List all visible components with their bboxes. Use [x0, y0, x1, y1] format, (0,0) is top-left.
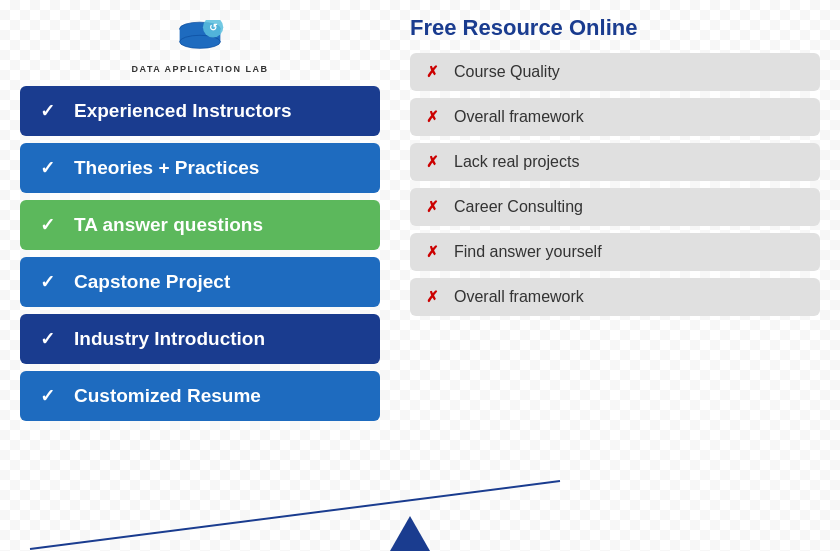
left-column: ↺ DATA APPLICATION LAB ✓ Experienced Ins… [20, 10, 380, 541]
logo-icon: ↺ [170, 20, 230, 60]
check-icon: ✓ [40, 214, 60, 236]
feature-label: TA answer questions [74, 214, 263, 236]
con-item: ✗ Lack real projects [410, 143, 820, 181]
logo-area: ↺ DATA APPLICATION LAB [20, 15, 380, 74]
feature-item: ✓ Industry Introduction [20, 314, 380, 364]
con-label: Overall framework [454, 108, 584, 126]
feature-label: Theories + Practices [74, 157, 259, 179]
feature-label: Customized Resume [74, 385, 261, 407]
check-icon: ✓ [40, 385, 60, 407]
x-icon: ✗ [426, 63, 442, 81]
feature-item: ✓ Theories + Practices [20, 143, 380, 193]
check-icon: ✓ [40, 271, 60, 293]
feature-item: ✓ TA answer questions [20, 200, 380, 250]
right-column: Free Resource Online ✗ Course Quality ✗ … [380, 10, 820, 541]
check-icon: ✓ [40, 328, 60, 350]
con-label: Find answer yourself [454, 243, 602, 261]
con-item: ✗ Find answer yourself [410, 233, 820, 271]
feature-list: ✓ Experienced Instructors ✓ Theories + P… [20, 86, 380, 428]
con-label: Career Consulting [454, 198, 583, 216]
x-icon: ✗ [426, 108, 442, 126]
x-icon: ✗ [426, 153, 442, 171]
con-label: Overall framework [454, 288, 584, 306]
con-item: ✗ Overall framework [410, 278, 820, 316]
con-label: Course Quality [454, 63, 560, 81]
con-item: ✗ Course Quality [410, 53, 820, 91]
con-label: Lack real projects [454, 153, 579, 171]
right-column-title: Free Resource Online [410, 15, 820, 41]
feature-item: ✓ Customized Resume [20, 371, 380, 421]
content-wrapper: ↺ DATA APPLICATION LAB ✓ Experienced Ins… [0, 0, 840, 551]
svg-text:↺: ↺ [209, 22, 218, 33]
feature-item: ✓ Experienced Instructors [20, 86, 380, 136]
x-icon: ✗ [426, 288, 442, 306]
feature-label: Industry Introduction [74, 328, 265, 350]
con-item: ✗ Career Consulting [410, 188, 820, 226]
x-icon: ✗ [426, 243, 442, 261]
feature-label: Experienced Instructors [74, 100, 292, 122]
con-list: ✗ Course Quality ✗ Overall framework ✗ L… [410, 53, 820, 323]
feature-item: ✓ Capstone Project [20, 257, 380, 307]
x-icon: ✗ [426, 198, 442, 216]
logo-text: DATA APPLICATION LAB [132, 64, 269, 74]
check-icon: ✓ [40, 157, 60, 179]
feature-label: Capstone Project [74, 271, 230, 293]
check-icon: ✓ [40, 100, 60, 122]
con-item: ✗ Overall framework [410, 98, 820, 136]
